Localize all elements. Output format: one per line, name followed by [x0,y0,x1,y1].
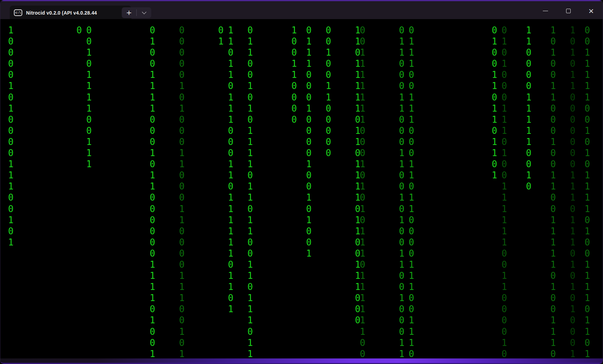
plus-icon: + [126,9,132,16]
rain-column: 0 1 1 1 0 0 0 1 0 0 0 0 1 0 0 1 0 1 0 0 … [306,25,312,259]
cmd-prompt-icon: c:\ [14,9,22,16]
bottom-accent-bar [0,358,603,364]
rain-column: 0 0 1 1 1 1 1 1 1 0 0 0 1 0 1 0 1 0 1 1 … [360,25,365,358]
rain-column: 1 0 0 1 1 0 0 0 0 [291,25,297,125]
rain-column: 1 0 0 0 0 1 0 1 0 0 0 0 1 1 1 0 0 1 0 1 [8,25,14,248]
rain-column: 0 0 1 0 1 1 1 1 0 0 1 1 1 [86,25,92,170]
close-button[interactable]: × [580,2,603,20]
rain-column: 0 1 0 1 0 0 0 1 1 1 0 1 0 0 1 1 1 1 1 1 … [501,25,507,358]
window-controls: × [534,2,603,20]
rain-column: 0 0 1 0 0 1 1 0 0 0 0 0 [325,25,331,159]
new-tab-button[interactable]: + [122,7,136,18]
maximize-button[interactable] [557,2,580,20]
rain-column: 0 1 1 0 0 1 0 1 0 1 1 1 1 0 1 1 0 1 1 0 … [247,25,253,358]
tab-dropdown-button[interactable] [137,7,151,18]
chevron-down-icon [142,10,146,14]
tab-title: Nitrocid v0.2.0 (API v4.0.28.44 [26,10,116,16]
rain-column: 1 0 1 0 0 1 1 0 0 0 1 0 0 1 1 0 0 1 1 1 … [550,25,556,358]
titlebar[interactable]: c:\ Nitrocid v0.2.0 (API v4.0.28.44 × + … [0,0,603,19]
terminal-screen[interactable]: 1 0 0 0 0 1 0 1 0 0 0 0 1 1 1 0 0 1 0 10… [4,19,599,358]
rain-column: 1 1 0 0 0 0 1 1 1 1 1 0 0 1 0 [526,25,531,192]
tab-nitrocid[interactable]: c:\ Nitrocid v0.2.0 (API v4.0.28.44 × [10,6,131,20]
rain-column: 0 1 1 0 0 0 1 1 0 0 0 1 1 0 0 1 0 1 0 0 … [399,25,404,358]
rain-column: 0 1 0 0 1 1 0 1 1 0 1 1 0 1 [492,25,497,181]
rain-column: 0 0 1 1 1 1 1 0 0 1 0 1 0 1 1 1 1 0 1 0 … [585,25,590,358]
rain-column: 1 1 0 1 1 0 1 1 1 0 0 0 1 1 0 1 1 1 1 1 … [228,25,233,315]
maximize-icon [566,9,571,13]
minimize-button[interactable] [534,2,557,20]
tab-bar-actions: + [122,7,151,18]
minimize-icon [543,11,548,11]
terminal-window: c:\ Nitrocid v0.2.0 (API v4.0.28.44 × + … [0,0,603,364]
rain-column: 0 1 1 1 0 0 1 1 1 0 0 0 1 1 0 1 1 0 0 0 … [409,25,414,358]
rain-column: 0 1 0 0 1 1 1 1 0 0 0 1 0 1 1 0 0 0 0 0 … [150,25,155,358]
rain-column: 0 0 0 0 0 1 0 1 0 0 0 1 1 0 0 0 1 1 0 0 … [179,25,185,358]
close-icon: × [588,7,594,14]
rain-column: 1 0 1 0 1 1 0 0 0 0 0 0 0 1 1 1 0 1 1 1 … [570,25,576,358]
rain-column: 0 1 [218,25,224,47]
rain-column: 0 [77,25,82,36]
